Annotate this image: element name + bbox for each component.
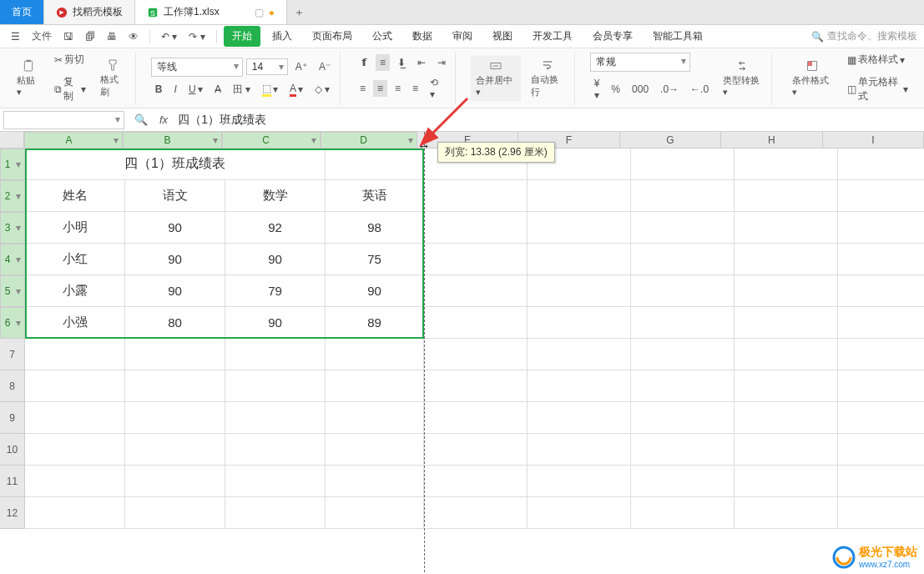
col-header-i[interactable]: I	[823, 132, 924, 149]
row-header[interactable]: 4	[0, 244, 25, 275]
cell[interactable]	[326, 497, 424, 529]
cell[interactable]	[225, 402, 326, 434]
print-preview-icon[interactable]: 👁	[124, 28, 143, 45]
save-icon[interactable]: 🖫	[59, 28, 78, 45]
cell[interactable]: 90	[326, 275, 424, 307]
fontsize-select[interactable]: 14	[246, 58, 288, 75]
menu-tab-data[interactable]: 数据	[404, 26, 441, 47]
cell[interactable]	[125, 497, 225, 529]
cell[interactable]	[838, 402, 924, 434]
cell[interactable]: 89	[326, 307, 424, 339]
cell[interactable]	[424, 339, 528, 370]
align-bottom-icon[interactable]: ⬇̲	[393, 54, 410, 71]
row-header[interactable]: 8	[0, 370, 25, 402]
cell[interactable]	[424, 307, 528, 339]
font-color-button[interactable]: A ▾	[285, 80, 307, 99]
align-top-icon[interactable]: ⬆̄	[356, 54, 372, 71]
cell[interactable]	[735, 149, 838, 180]
row-header[interactable]: 12	[0, 497, 25, 529]
cell[interactable]	[528, 307, 631, 339]
cell[interactable]	[225, 434, 326, 466]
cell[interactable]	[326, 466, 424, 497]
bold-button[interactable]: B	[151, 81, 167, 98]
cell[interactable]: 数学	[225, 180, 326, 212]
cell[interactable]	[631, 149, 735, 180]
row-header[interactable]: 2	[0, 180, 25, 212]
auto-wrap-button[interactable]: 自动换行	[526, 55, 569, 102]
underline-button[interactable]: U ▾	[184, 81, 207, 98]
tab-browser[interactable]: 找稻壳模板	[44, 0, 135, 24]
row-header[interactable]: 3	[0, 212, 25, 244]
cell[interactable]	[424, 275, 528, 307]
new-tab-button[interactable]: ＋	[287, 0, 312, 24]
menu-tab-smarttools[interactable]: 智能工具箱	[644, 26, 711, 47]
format-painter-button[interactable]: 格式刷	[95, 55, 130, 102]
tab-home[interactable]: 首页	[0, 0, 44, 24]
cell[interactable]: 90	[125, 244, 225, 275]
cell[interactable]	[735, 434, 838, 466]
clear-format-button[interactable]: ◇ ▾	[311, 81, 334, 98]
menu-tab-insert[interactable]: 插入	[264, 26, 300, 47]
file-menu[interactable]: 文件	[28, 27, 56, 46]
cell[interactable]	[735, 275, 838, 307]
cell[interactable]: 英语	[326, 180, 424, 212]
currency-icon[interactable]: ¥ ▾	[590, 75, 604, 103]
cell-grid[interactable]: 四（1）班成绩表姓名语文数学英语小明909298小红909075小露907990…	[25, 149, 924, 529]
zoom-fx-icon[interactable]: 🔍	[128, 113, 154, 126]
paste-button[interactable]: 粘贴 ▾	[12, 56, 45, 101]
cell[interactable]	[631, 370, 735, 402]
cell[interactable]	[735, 244, 838, 275]
decrease-decimal-icon[interactable]: ←.0	[686, 81, 713, 98]
cell[interactable]	[631, 180, 735, 212]
comma-icon[interactable]: 000	[628, 81, 653, 98]
cell[interactable]: 姓名	[25, 180, 125, 212]
save-as-icon[interactable]: 🗐	[81, 28, 99, 45]
cell[interactable]	[125, 434, 225, 466]
cell[interactable]	[838, 275, 924, 307]
menu-tab-start[interactable]: 开始	[224, 26, 260, 47]
cell[interactable]: 小露	[25, 275, 125, 307]
cell[interactable]	[424, 180, 528, 212]
menu-tab-layout[interactable]: 页面布局	[304, 26, 361, 47]
cell[interactable]	[125, 370, 225, 402]
cell[interactable]	[528, 434, 631, 466]
cell[interactable]	[424, 370, 528, 402]
cell[interactable]: 80	[125, 307, 225, 339]
italic-button[interactable]: I	[170, 81, 181, 98]
col-header-a[interactable]: A	[24, 132, 123, 149]
cell[interactable]	[225, 339, 326, 370]
cell[interactable]	[225, 466, 326, 497]
col-header-h[interactable]: H	[721, 132, 822, 149]
cell[interactable]	[838, 307, 924, 339]
cell[interactable]	[125, 402, 225, 434]
cell[interactable]	[326, 402, 424, 434]
select-all-corner[interactable]	[0, 132, 24, 149]
row-header[interactable]: 11	[0, 466, 25, 497]
row-header[interactable]: 5	[0, 275, 25, 307]
row-header[interactable]: 10	[0, 434, 25, 466]
cell[interactable]	[25, 466, 125, 497]
row-header[interactable]: 1	[0, 149, 25, 180]
cell[interactable]	[631, 466, 735, 497]
tab-file[interactable]: S 工作簿1.xlsx ▢ ●	[135, 0, 287, 24]
increase-indent-icon[interactable]: ⇥	[433, 54, 450, 71]
cell[interactable]	[735, 339, 838, 370]
hamburger-icon[interactable]: ☰	[7, 28, 24, 45]
cell[interactable]	[424, 466, 528, 497]
cell[interactable]	[25, 434, 125, 466]
cell[interactable]: 90	[225, 244, 326, 275]
cell[interactable]	[631, 434, 735, 466]
cell[interactable]: 小强	[25, 307, 125, 339]
cell[interactable]	[424, 402, 528, 434]
cell[interactable]	[735, 402, 838, 434]
align-middle-icon[interactable]: ≡	[376, 54, 390, 71]
decrease-font-icon[interactable]: A⁻	[315, 58, 335, 75]
fill-color-button[interactable]: ⬚ ▾	[258, 80, 282, 99]
cell[interactable]	[735, 370, 838, 402]
row-header[interactable]: 6	[0, 307, 25, 339]
cell[interactable]: 90	[225, 307, 326, 339]
borders-button[interactable]: 田 ▾	[229, 80, 255, 99]
cell[interactable]	[631, 402, 735, 434]
cell[interactable]: 90	[125, 212, 225, 244]
fx-icon[interactable]: fx	[154, 113, 173, 126]
